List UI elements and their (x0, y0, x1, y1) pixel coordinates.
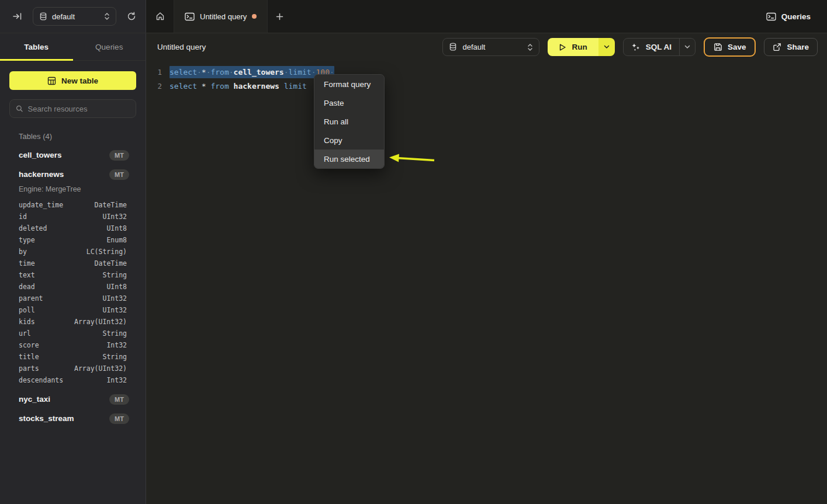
unsaved-changes-dot (252, 14, 257, 19)
save-button[interactable]: Save (704, 37, 756, 57)
collapse-sidebar-button[interactable] (11, 9, 25, 23)
column-name: score (19, 341, 39, 349)
column-name: text (19, 271, 35, 279)
column-type: UInt32 (102, 294, 127, 303)
column-name: descendants (19, 376, 63, 384)
play-icon (559, 43, 566, 51)
table-name: nyc_taxi (19, 395, 50, 404)
whitespace (229, 82, 234, 91)
context-menu: Format queryPasteRun allCopyRun selected (314, 74, 385, 169)
main-toolbar: Untitled query default (147, 33, 827, 61)
new-tab-button[interactable] (268, 0, 291, 33)
sidebar-tab-tables[interactable]: Tables (0, 33, 73, 60)
menu-item-format-query[interactable]: Format query (314, 75, 384, 93)
sql-ai-label: SQL AI (646, 43, 672, 51)
run-label: Run (572, 43, 587, 51)
table-row[interactable]: hackernewsMT (0, 165, 146, 184)
table-row[interactable]: cell_towersMT (0, 145, 146, 165)
whitespace (197, 82, 202, 91)
toolbar-controls: default Run (442, 37, 818, 57)
column-type: UInt32 (102, 213, 127, 221)
engine-badge: MT (109, 394, 129, 405)
column-type: Int32 (106, 376, 127, 384)
column-name: poll (19, 306, 35, 314)
column-name: update_time (19, 201, 63, 209)
sql-ai-dropdown[interactable] (679, 39, 695, 55)
top-bar-right: Queries (766, 0, 827, 33)
new-table-button[interactable]: New table (9, 71, 136, 90)
editor-line[interactable]: 2select * from hackernews limit (147, 79, 827, 93)
chevron-down-icon (684, 45, 690, 49)
menu-item-copy[interactable]: Copy (314, 131, 384, 150)
updown-chevrons-icon (527, 43, 533, 51)
menu-item-run-selected[interactable]: Run selected (314, 150, 384, 168)
sql-editor[interactable]: 1select·*·from·cell_towers·limit·100·2se… (147, 61, 827, 93)
token-keyword: select (169, 82, 197, 91)
topbar-database-selector[interactable]: default (33, 7, 116, 26)
column-name: dead (19, 283, 35, 291)
column-row: deletedUInt8 (0, 223, 146, 234)
column-name: by (19, 248, 27, 256)
column-type: Array(UInt32) (74, 318, 127, 326)
database-selector[interactable]: default (442, 38, 539, 56)
database-value: default (462, 43, 522, 51)
column-type: Int32 (106, 341, 127, 349)
run-dropdown[interactable] (598, 38, 615, 56)
whitespace: · (197, 68, 202, 77)
tab-home[interactable] (146, 0, 174, 33)
table-row[interactable]: nyc_taxiMT (0, 390, 146, 409)
column-row: partsArray(UInt32) (0, 363, 146, 374)
column-row: urlString (0, 328, 146, 339)
column-row: descendantsInt32 (0, 374, 146, 386)
refresh-button[interactable] (124, 9, 139, 23)
database-icon (39, 12, 47, 21)
sidebar-tab-queries[interactable]: Queries (73, 33, 146, 60)
menu-item-run-all[interactable]: Run all (314, 112, 384, 131)
table-engine: Engine: MergeTree (19, 185, 146, 193)
tables-section-title: Tables (4) (19, 132, 146, 141)
sql-ai-main[interactable]: SQL AI (624, 39, 679, 55)
column-row: titleString (0, 351, 146, 363)
share-icon (773, 43, 781, 51)
token-table: hackernews (234, 82, 279, 91)
database-icon (449, 43, 457, 51)
tab-label: Untitled query (200, 12, 247, 21)
column-row: timeDateTime (0, 258, 146, 269)
column-row: typeEnum8 (0, 234, 146, 246)
whitespace (206, 82, 211, 91)
column-name: id (19, 213, 27, 221)
code-line: select * from hackernews limit (169, 82, 307, 91)
query-title: Untitled query (157, 43, 206, 51)
sidebar-tabs: Tables Queries (0, 33, 146, 61)
column-type: Array(UInt32) (74, 364, 127, 373)
share-button[interactable]: Share (764, 38, 818, 56)
run-button[interactable]: Run (548, 38, 614, 56)
search-input[interactable] (28, 105, 130, 113)
queries-button[interactable]: Queries (766, 12, 811, 21)
app-window: default Unti (0, 0, 827, 504)
column-name: url (19, 329, 31, 338)
column-type: String (102, 353, 127, 361)
token-operator: * (202, 68, 206, 77)
home-icon (155, 12, 165, 21)
sidebar: Tables Queries New table Tables (4) cell… (0, 33, 146, 504)
table-row[interactable]: stocks_streamMT (0, 409, 146, 428)
tab-untitled-query[interactable]: Untitled query (174, 0, 268, 33)
whitespace: · (229, 68, 234, 77)
topbar-database-value: default (52, 12, 99, 21)
token-keyword: limit (289, 68, 312, 77)
run-button-main[interactable]: Run (548, 38, 598, 56)
column-name: type (19, 236, 35, 244)
menu-item-paste[interactable]: Paste (314, 93, 384, 112)
editor-line[interactable]: 1select·*·from·cell_towers·limit·100· (147, 65, 827, 79)
column-name: time (19, 259, 35, 267)
main-panel: Untitled query default (147, 33, 827, 504)
tab-strip: Untitled query Queries (146, 0, 827, 33)
column-row: idUInt32 (0, 211, 146, 223)
tables-list: cell_towersMThackernewsMTEngine: MergeTr… (0, 145, 146, 428)
sql-ai-button[interactable]: SQL AI (623, 38, 695, 56)
column-name: title (19, 353, 39, 361)
save-label: Save (728, 43, 746, 51)
whitespace: · (284, 68, 289, 77)
terminal-icon (185, 12, 195, 21)
